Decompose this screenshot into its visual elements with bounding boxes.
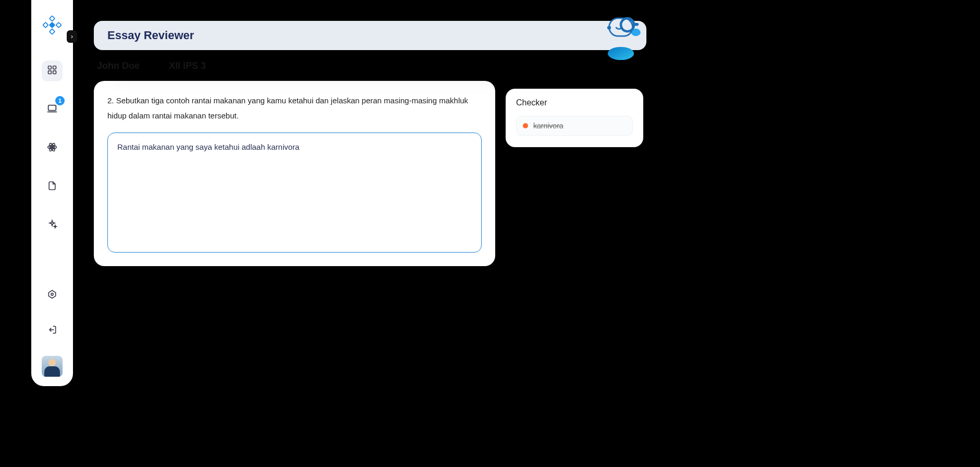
sparkle-icon	[47, 219, 57, 232]
svg-rect-3	[56, 22, 62, 28]
document-icon	[47, 181, 57, 193]
atom-icon	[47, 142, 57, 154]
svg-point-19	[621, 18, 634, 31]
app-logo	[43, 16, 62, 34]
sidebar-nav: 1	[42, 61, 63, 236]
student-name: John Doe	[97, 61, 140, 71]
sidebar-bottom	[42, 285, 63, 386]
svg-rect-20	[632, 23, 639, 26]
svg-rect-6	[53, 66, 56, 69]
checker-item-word: karnivora	[533, 122, 564, 130]
sidebar-item-atom[interactable]	[42, 138, 63, 159]
grid-icon	[47, 65, 57, 77]
sidebar-item-device[interactable]: 1	[42, 99, 63, 120]
svg-rect-2	[43, 22, 48, 28]
page-title: Essay Reviewer	[107, 29, 194, 42]
error-dot-icon	[523, 123, 528, 128]
logout-icon	[47, 325, 57, 337]
svg-rect-4	[50, 22, 55, 28]
checker-item[interactable]: karnivora	[516, 116, 633, 136]
sidebar-expand-handle[interactable]: ›	[67, 30, 77, 43]
svg-point-15	[51, 293, 53, 295]
student-class: XII IPS 3	[169, 61, 206, 71]
svg-point-17	[631, 29, 641, 36]
svg-rect-9	[48, 105, 56, 111]
svg-marker-14	[48, 291, 55, 298]
settings-icon	[47, 289, 57, 302]
checker-card: Checker karnivora	[506, 89, 643, 147]
svg-rect-0	[50, 16, 55, 21]
svg-rect-8	[53, 71, 56, 74]
svg-rect-18	[609, 18, 633, 36]
user-avatar[interactable]	[42, 356, 63, 377]
sidebar-item-document[interactable]	[42, 176, 63, 197]
sidebar: 1	[31, 0, 73, 386]
svg-rect-7	[48, 71, 52, 74]
student-info: John Doe XII IPS 3	[94, 50, 646, 81]
chevron-right-icon: ›	[71, 33, 73, 40]
sidebar-item-settings[interactable]	[42, 285, 63, 306]
svg-rect-5	[48, 66, 52, 69]
checker-title: Checker	[516, 98, 633, 107]
sidebar-item-dashboard[interactable]	[42, 61, 63, 81]
page-header: Essay Reviewer	[94, 21, 646, 50]
question-text: 2. Sebutkan tiga contoh rantai makanan y…	[107, 93, 482, 123]
svg-point-21	[607, 26, 611, 29]
sidebar-item-ai[interactable]	[42, 215, 63, 236]
notification-badge: 1	[55, 96, 65, 105]
answer-input[interactable]: Rantai makanan yang saya ketahui adlaah …	[107, 133, 482, 253]
svg-point-10	[51, 146, 53, 148]
question-card: 2. Sebutkan tiga contoh rantai makanan y…	[94, 81, 495, 266]
svg-rect-1	[50, 29, 55, 34]
sidebar-item-logout[interactable]	[42, 320, 63, 341]
laptop-icon	[46, 103, 58, 116]
